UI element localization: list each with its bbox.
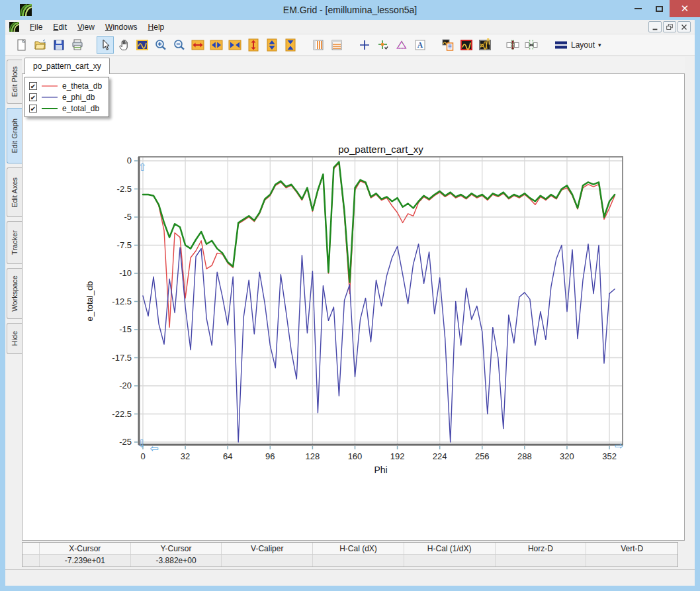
sidebar-tab-label: Hide (11, 331, 19, 346)
menu-item-view[interactable]: View (72, 21, 100, 33)
svg-text:160: 160 (348, 451, 363, 461)
print-icon (71, 38, 84, 52)
chart-title: po_pattern_cart_xy (338, 144, 423, 155)
zoom-out-button[interactable] (171, 36, 188, 54)
mdi-close-button[interactable] (678, 21, 691, 32)
compress-y-icon (284, 38, 297, 52)
vertical-markers-button[interactable] (310, 36, 327, 54)
text-annotation-button[interactable]: A (412, 36, 429, 54)
compress-y-button[interactable] (282, 36, 299, 54)
window-close-button[interactable]: ✕ (670, 0, 700, 17)
plot-canvas[interactable]: 03264961281601922242562883203520-2.5-5-7… (22, 119, 683, 503)
svg-text:96: 96 (265, 451, 275, 461)
new-file-button[interactable] (13, 36, 30, 54)
plot-report-button[interactable] (439, 36, 457, 54)
titlebar: EM.Grid - [emillumina_lesson5a] ✕ (0, 0, 700, 20)
horizontal-markers-button[interactable] (328, 36, 345, 54)
svg-text:192: 192 (390, 451, 405, 461)
svg-text:-22.5: -22.5 (112, 409, 132, 419)
fit-x-button[interactable] (208, 36, 225, 54)
svg-text:-7.5: -7.5 (117, 240, 132, 250)
align-horizontal-button[interactable] (523, 36, 540, 54)
sidebar-tab-hide[interactable]: Hide (7, 323, 22, 354)
plot-legend: ✔e_theta_db✔e_phi_db✔e_total_db (24, 77, 109, 117)
document-tabbar: po_pattern_cart_xy (22, 57, 685, 74)
status-value-x-cursor: -7.239e+01 (40, 555, 131, 567)
crosshair-button[interactable] (356, 36, 373, 54)
legend-entry-e_phi_db: ✔e_phi_db (29, 91, 102, 103)
fit-y-icon (265, 38, 279, 52)
menu-item-help[interactable]: Help (143, 21, 170, 33)
horizontal-markers-icon (330, 38, 343, 52)
sidebar-tab-edit-graph[interactable]: Edit Graph (7, 108, 22, 163)
menu-item-file[interactable]: File (24, 21, 48, 33)
expand-x-button[interactable] (189, 36, 206, 54)
sidebar-tab-workspace[interactable]: Workspace (7, 268, 22, 319)
window-maximize-button[interactable] (648, 0, 670, 17)
menu-item-edit[interactable]: Edit (48, 21, 72, 33)
fit-y-button[interactable] (263, 36, 281, 54)
sidebar-tab-edit-plots[interactable]: Edit Plots (7, 60, 22, 104)
mdi-restore-button[interactable] (663, 21, 676, 32)
compress-x-icon (228, 38, 241, 52)
caliper-triangle-button[interactable] (393, 36, 410, 54)
print-button[interactable] (69, 36, 86, 54)
layout-dropdown-button[interactable]: Layout▾ (550, 37, 605, 53)
caliper-triangle-icon (395, 38, 408, 52)
sidebar-tab-edit-axes[interactable]: Edit Axes (7, 167, 22, 217)
document-icon (9, 22, 19, 32)
legend-label: e_phi_db (62, 93, 95, 102)
plot-view-single-button[interactable] (458, 36, 475, 54)
legend-checkbox[interactable]: ✔ (29, 93, 37, 101)
maximize-icon (656, 6, 663, 12)
select-arrow-icon (99, 38, 112, 52)
open-file-button[interactable] (32, 36, 49, 54)
sidebar-tab-label: Edit Axes (11, 177, 19, 208)
zoom-region-button[interactable] (134, 36, 151, 54)
svg-text:0: 0 (140, 451, 145, 461)
tracker-point-button[interactable] (374, 36, 392, 54)
menu-item-windows[interactable]: Windows (100, 21, 143, 33)
select-arrow-button[interactable] (97, 36, 114, 54)
save-file-button[interactable] (50, 36, 67, 54)
sidebar-tab-tracker[interactable]: Tracker (7, 221, 22, 264)
compress-x-button[interactable] (226, 36, 243, 54)
status-header-row: X-CursorY-CursorV-CaliperH-Cal (dX)H-Cal… (22, 543, 678, 555)
status-value-y-cursor: -3.882e+00 (131, 555, 222, 567)
fit-x-icon (210, 38, 223, 52)
status-header-y-cursor: Y-Cursor (131, 543, 222, 554)
layout-label: Layout (571, 40, 595, 50)
status-value-v-caliper (222, 555, 313, 567)
text-annotation-icon: A (414, 38, 427, 52)
axis-arrow-up-icon: ⇧ (138, 161, 146, 173)
toolbar-group-1 (97, 36, 299, 54)
legend-entry-e_total_db: ✔e_total_db (29, 103, 102, 114)
svg-text:-2.5: -2.5 (117, 184, 132, 194)
mdi-minimize-button[interactable] (648, 21, 662, 32)
window-minimize-button[interactable] (627, 0, 648, 17)
legend-line-sample (42, 97, 58, 98)
svg-text:0: 0 (127, 156, 132, 165)
zoom-in-button[interactable] (152, 36, 169, 54)
legend-checkbox[interactable]: ✔ (29, 105, 37, 113)
status-header-vert-d: Vert-D (586, 543, 678, 554)
sidebar-tab-strip: Edit PlotsEdit GraphEdit AxesTrackerWork… (7, 60, 22, 354)
svg-text:-5: -5 (124, 212, 132, 222)
document-tab[interactable]: po_pattern_cart_xy (24, 58, 110, 74)
sidebar-tab-label: Workspace (11, 275, 19, 312)
status-header-v-caliper: V-Caliper (222, 543, 313, 554)
plot-view-multi-button[interactable] (476, 36, 494, 54)
new-file-icon (15, 38, 28, 52)
legend-checkbox[interactable]: ✔ (29, 82, 37, 90)
zoom-out-icon (173, 38, 186, 52)
align-vertical-button[interactable] (504, 36, 521, 54)
pan-hand-button[interactable] (115, 36, 132, 54)
zoom-region-icon (136, 38, 149, 52)
expand-y-button[interactable] (245, 36, 262, 54)
svg-text:128: 128 (306, 451, 320, 461)
status-corner-cell (22, 543, 40, 554)
svg-text:-10: -10 (119, 268, 132, 278)
sidebar-tab-label: Tracker (11, 230, 19, 255)
axis-arrow-left-icon: ⇦ (150, 442, 158, 455)
legend-label: e_total_db (62, 104, 99, 113)
